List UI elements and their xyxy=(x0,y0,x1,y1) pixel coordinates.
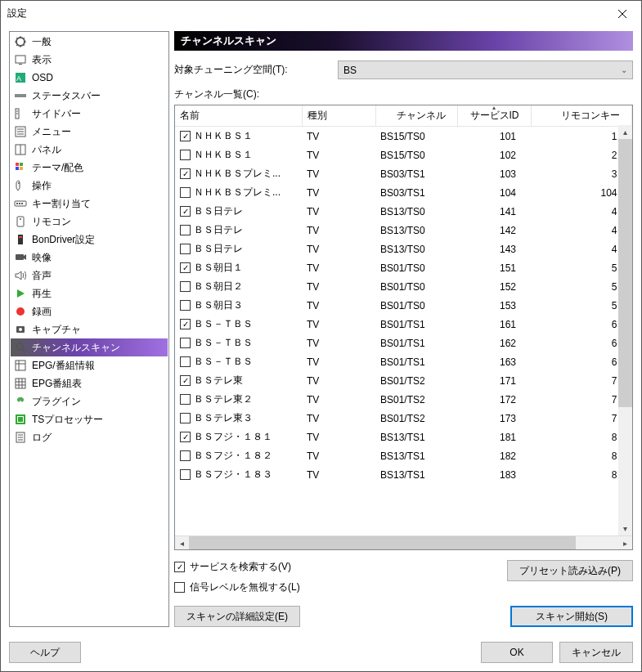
cancel-button[interactable]: キャンセル xyxy=(559,642,633,663)
sidebar-item[interactable]: 一般 xyxy=(11,33,168,51)
sidebar-item[interactable]: 表示 xyxy=(11,51,168,69)
table-row[interactable]: ✓ＮＨＫＢＳプレミ...TVBS03/TS11033 xyxy=(175,164,632,183)
table-row[interactable]: ✓ＢＳフジ・１８１TVBS13/TS11818 xyxy=(175,428,632,446)
sidebar-item[interactable]: ステータスバー xyxy=(11,87,168,105)
row-checkbox[interactable] xyxy=(180,281,191,292)
scroll-thumb[interactable] xyxy=(618,139,632,407)
row-checkbox[interactable] xyxy=(180,150,191,160)
sidebar-item[interactable]: 映像 xyxy=(11,249,168,267)
sidebar-item[interactable]: EPG番組表 xyxy=(11,374,168,392)
section-header: チャンネルスキャン xyxy=(174,31,633,51)
row-checkbox[interactable] xyxy=(180,394,191,405)
row-checkbox[interactable] xyxy=(180,187,191,198)
cell-service-id: 104 xyxy=(457,183,531,202)
cell-channel: BS13/TS1 xyxy=(375,428,457,446)
table-row[interactable]: ＢＳ朝日２TVBS01/TS01525 xyxy=(175,277,632,296)
sidebar-item[interactable]: 操作 xyxy=(11,177,168,195)
table-row[interactable]: ＢＳフジ・１８２TVBS13/TS11828 xyxy=(175,446,632,465)
table-row[interactable]: ＢＳ朝日３TVBS01/TS01535 xyxy=(175,296,632,315)
table-row[interactable]: ＮＨＫＢＳ１TVBS15/TS01022 xyxy=(175,146,632,164)
row-checkbox[interactable] xyxy=(180,356,191,367)
table-row[interactable]: ＢＳフジ・１８３TVBS13/TS11838 xyxy=(175,465,632,484)
sidebar-item[interactable]: AOSD xyxy=(11,69,168,87)
sidebar-item[interactable]: パネル xyxy=(11,141,168,159)
col-remote-key[interactable]: リモコンキー xyxy=(531,105,632,127)
category-tree[interactable]: 一般表示AOSDステータスバーサイドバーメニューパネルテーマ/配色操作キー割り当… xyxy=(9,31,169,627)
col-service-id[interactable]: サービスID xyxy=(457,105,531,127)
sidebar-item[interactable]: 音声 xyxy=(11,267,168,284)
cell-name: ＢＳテレ東３ xyxy=(194,411,253,425)
row-checkbox[interactable] xyxy=(180,450,191,461)
col-channel[interactable]: チャンネル xyxy=(375,105,457,127)
sidebar-item[interactable]: EPG/番組情報 xyxy=(11,356,168,374)
table-row[interactable]: ✓ＢＳテレ東TVBS01/TS21717 xyxy=(175,371,632,390)
row-checkbox[interactable] xyxy=(180,300,191,311)
category-icon xyxy=(14,341,27,354)
help-button[interactable]: ヘルプ xyxy=(9,642,81,663)
vertical-scrollbar[interactable]: ▴ ▾ xyxy=(618,125,632,535)
scroll-right-icon[interactable]: ▸ xyxy=(618,536,632,550)
horizontal-scrollbar[interactable]: ◂ ▸ xyxy=(175,535,632,549)
row-checkbox[interactable]: ✓ xyxy=(180,375,191,386)
row-checkbox[interactable] xyxy=(180,338,191,348)
row-checkbox[interactable]: ✓ xyxy=(180,432,191,442)
cell-channel: BS03/TS1 xyxy=(375,183,457,202)
table-row[interactable]: ✓ＮＨＫＢＳ１TVBS15/TS01011 xyxy=(175,127,632,146)
col-type[interactable]: 種別 xyxy=(302,105,375,127)
sidebar-item[interactable]: サイドバー xyxy=(11,105,168,123)
scroll-down-icon[interactable]: ▾ xyxy=(618,522,632,535)
table-row[interactable]: ＢＳテレ東２TVBS01/TS21727 xyxy=(175,390,632,409)
table-row[interactable]: ＢＳ－ＴＢＳTVBS01/TS11636 xyxy=(175,352,632,371)
sidebar-item[interactable]: BonDriver設定 xyxy=(11,231,168,249)
ignore-signal-checkbox[interactable]: 信号レベルを無視する(L) xyxy=(174,580,300,594)
sidebar-item[interactable]: 録画 xyxy=(11,302,168,320)
scroll-up-icon[interactable]: ▴ xyxy=(618,125,632,139)
table-row[interactable]: ✓ＢＳ－ＴＢＳTVBS01/TS11616 xyxy=(175,315,632,334)
table-row[interactable]: ＢＳテレ東３TVBS01/TS21737 xyxy=(175,409,632,428)
sidebar-item[interactable]: テーマ/配色 xyxy=(11,159,168,177)
sidebar-item[interactable]: ログ xyxy=(11,428,168,446)
preset-load-button[interactable]: プリセット読み込み(P) xyxy=(507,560,633,581)
sidebar-item[interactable]: メニュー xyxy=(11,123,168,141)
start-scan-button[interactable]: スキャン開始(S) xyxy=(510,606,633,627)
sidebar-item[interactable]: プラグイン xyxy=(11,392,168,410)
hscroll-thumb[interactable] xyxy=(189,536,576,550)
sidebar-item-label: 操作 xyxy=(32,179,52,193)
row-checkbox[interactable] xyxy=(180,244,191,254)
scroll-track[interactable] xyxy=(618,139,632,522)
row-checkbox[interactable]: ✓ xyxy=(180,131,191,141)
row-checkbox[interactable] xyxy=(180,469,191,480)
row-checkbox[interactable]: ✓ xyxy=(180,262,191,273)
chevron-down-icon: ⌄ xyxy=(621,65,627,74)
sidebar-item[interactable]: キー割り当て xyxy=(11,195,168,213)
sidebar-item[interactable]: リモコン xyxy=(11,213,168,231)
svg-rect-37 xyxy=(16,379,25,388)
table-row[interactable]: ＢＳ日テレTVBS13/TS01424 xyxy=(175,221,632,240)
table-row[interactable]: ＮＨＫＢＳプレミ...TVBS03/TS1104104 xyxy=(175,183,632,202)
category-icon xyxy=(14,251,27,264)
table-row[interactable]: ＢＳ－ＴＢＳTVBS01/TS11626 xyxy=(175,334,632,352)
row-checkbox[interactable]: ✓ xyxy=(180,168,191,179)
table-row[interactable]: ✓ＢＳ朝日１TVBS01/TS01515 xyxy=(175,258,632,277)
row-checkbox[interactable] xyxy=(180,225,191,235)
table-scroll-area[interactable]: 名前 種別 チャンネル サービスID リモコンキー ✓ＮＨＫＢＳ１TVBS15/… xyxy=(175,105,632,535)
row-checkbox[interactable] xyxy=(180,413,191,423)
search-services-checkbox[interactable]: ✓ サービスを検索する(V) xyxy=(174,560,300,574)
advanced-settings-button[interactable]: スキャンの詳細設定(E) xyxy=(174,606,300,627)
svg-rect-26 xyxy=(18,235,23,244)
col-name[interactable]: 名前 xyxy=(175,105,302,127)
sidebar-item[interactable]: チャンネルスキャン xyxy=(11,338,168,356)
ok-button[interactable]: OK xyxy=(481,642,553,663)
row-checkbox[interactable]: ✓ xyxy=(180,206,191,217)
row-checkbox[interactable]: ✓ xyxy=(180,319,191,329)
scroll-left-icon[interactable]: ◂ xyxy=(175,536,189,550)
tuning-space-select[interactable]: BS ⌄ xyxy=(338,60,633,79)
sidebar-item[interactable]: 再生 xyxy=(11,284,168,302)
close-button[interactable] xyxy=(604,1,641,26)
table-row[interactable]: ＢＳ日テレTVBS13/TS01434 xyxy=(175,240,632,258)
hscroll-track[interactable] xyxy=(189,536,618,550)
sidebar-item[interactable]: キャプチャ xyxy=(11,320,168,338)
cell-service-id: 181 xyxy=(457,428,531,446)
sidebar-item[interactable]: TSプロセッサー xyxy=(11,410,168,428)
table-row[interactable]: ✓ＢＳ日テレTVBS13/TS01414 xyxy=(175,202,632,221)
